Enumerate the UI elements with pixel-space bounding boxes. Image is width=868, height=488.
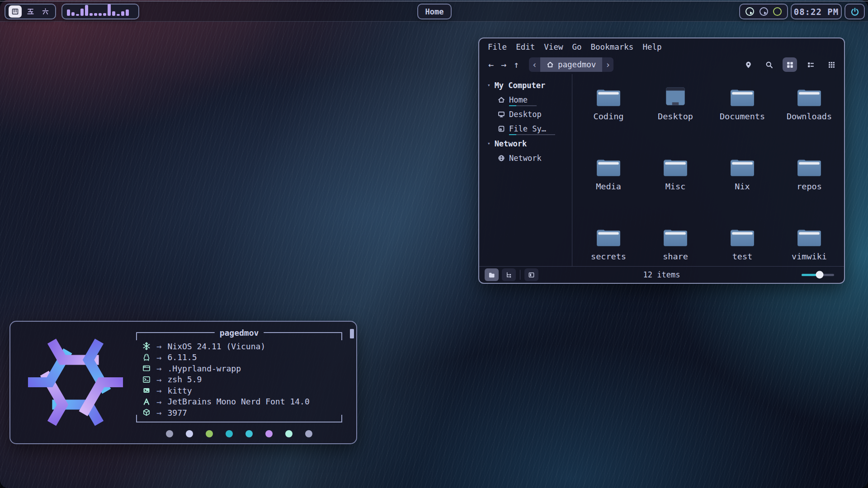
drive-icon (498, 125, 505, 132)
packages-icon (142, 408, 151, 417)
folder-tile[interactable]: Downloads (776, 86, 843, 156)
palette-dot (245, 430, 253, 437)
folder-name: Misc (665, 182, 686, 191)
toggle-side-pane-button[interactable] (524, 268, 538, 281)
folder-tile[interactable]: Documents (709, 86, 776, 156)
fastfetch-box-bottom-border (136, 422, 342, 422)
compact-view-button[interactable] (824, 57, 839, 72)
sidebar-section-network[interactable]: ▾ Network (487, 136, 572, 151)
folder-icon (796, 226, 822, 248)
sidebar-item-filesystem[interactable]: File Sy… (487, 122, 572, 136)
audio-visualizer (61, 4, 139, 19)
status-bar: 12 items (479, 266, 844, 283)
toolbar-right-icons (741, 57, 839, 72)
indicator-ring-1[interactable] (745, 7, 754, 16)
power-button[interactable] (844, 4, 865, 19)
tree-icon (505, 272, 512, 278)
desktop-screen: Home 08:22 PM FileEditViewGoBookmarksHel… (0, 0, 868, 488)
menu-item[interactable]: Bookmarks (586, 42, 638, 52)
sidebar-item-network[interactable]: Network (487, 151, 572, 165)
hostname-title: pagedmov (219, 328, 260, 338)
folder-tile[interactable]: Coding (575, 86, 642, 156)
folder-icon (796, 86, 822, 108)
sidebar-section-my-computer[interactable]: ▾ My Computer (487, 78, 572, 93)
statusbar-separator (520, 270, 520, 280)
back-button[interactable]: ← (485, 59, 497, 70)
breadcrumb-prev-button[interactable]: ‹ (529, 57, 540, 72)
home-icon (547, 61, 554, 68)
folder-icon (729, 226, 755, 248)
visualizer-bar (85, 5, 88, 16)
indicator-ring-2[interactable] (760, 7, 768, 16)
visualizer-bar (71, 12, 75, 16)
menu-item[interactable]: View (539, 42, 567, 52)
folder-name: repos (797, 182, 822, 191)
folder-tile[interactable]: Desktop (642, 86, 709, 156)
folder-tile[interactable]: Misc (642, 156, 709, 226)
folder-name: test (732, 252, 753, 261)
show-files-button[interactable] (485, 268, 499, 281)
workspace-button-2[interactable] (24, 5, 37, 18)
fetch-row-font: → JetBrains Mono Nerd Font 14.0 (142, 396, 342, 408)
zoom-slider[interactable] (802, 274, 834, 276)
shell-icon (142, 375, 151, 384)
folder-icon (796, 156, 822, 178)
terminal-value: kitty (167, 386, 192, 395)
forward-button[interactable]: → (497, 59, 510, 70)
folder-tile[interactable]: Nix (709, 156, 776, 226)
visualizer-bar (121, 11, 124, 16)
sidebar: ▾ My Computer Home Desktop File Sy… ▾ (479, 74, 572, 266)
nixos-logo (24, 334, 127, 430)
visualizer-bar (76, 14, 79, 16)
list-view-button[interactable] (803, 57, 818, 72)
palette-dot (226, 430, 233, 437)
folder-name: Downloads (787, 112, 832, 121)
folder-icon (595, 156, 622, 178)
location-pin-button[interactable] (741, 57, 755, 72)
globe-icon (498, 155, 505, 162)
zoom-slider-handle[interactable] (816, 271, 823, 279)
os-value: NixOS 24.11 (Vicuna) (167, 342, 265, 351)
sidebar-item-home[interactable]: Home (487, 93, 572, 107)
palette-dot (265, 430, 273, 437)
palette-dot (285, 430, 292, 437)
menu-item[interactable]: Go (567, 42, 586, 52)
workspace-button-1[interactable] (9, 5, 22, 18)
palette-dot (206, 430, 213, 437)
file-manager-window: FileEditViewGoBookmarksHelp ← → ↑ ‹ page… (478, 38, 845, 284)
folder-icon (729, 156, 755, 178)
visualizer-bar (117, 14, 120, 16)
folder-tile[interactable]: repos (776, 156, 843, 226)
grid-view-button[interactable] (783, 57, 797, 72)
menu-item[interactable]: Help (638, 42, 666, 52)
menu-item[interactable]: File (483, 42, 511, 52)
folder-icon (662, 156, 689, 178)
location-pin-icon (745, 61, 752, 69)
terminal-window[interactable]: pagedmov → NixOS 24.11 (Vicuna) → 6.11.5 (9, 321, 357, 444)
folder-grid: Coding Desktop (572, 74, 844, 266)
up-button[interactable]: ↑ (510, 59, 523, 70)
visualizer-bar (108, 4, 111, 16)
clock-widget: 08:22 PM (791, 4, 842, 19)
tree-view-button[interactable] (502, 268, 516, 281)
menu-item[interactable]: Edit (511, 42, 539, 52)
indicator-ring-3[interactable] (773, 7, 782, 16)
font-value: JetBrains Mono Nerd Font 14.0 (167, 397, 309, 406)
sidebar-item-desktop[interactable]: Desktop (487, 107, 572, 122)
breadcrumb-current[interactable]: pagedmov (540, 57, 602, 72)
breadcrumb-next-button[interactable]: › (602, 57, 613, 72)
folder-tile[interactable]: Media (575, 156, 642, 226)
toolbar: ← → ↑ ‹ pagedmov › (479, 55, 844, 74)
terminal-icon (142, 386, 151, 395)
folder-name: Desktop (658, 112, 693, 121)
workspace-button-3[interactable] (39, 5, 52, 18)
compact-view-icon (828, 61, 835, 69)
top-bar: Home 08:22 PM (0, 1, 868, 22)
fetch-row-packages: → 3977 (142, 407, 342, 418)
search-button[interactable] (762, 57, 776, 72)
folder-icon (595, 226, 622, 248)
visualizer-bar (94, 13, 97, 16)
workspace-switcher (5, 4, 56, 19)
folder-name: Media (596, 182, 621, 191)
active-window-pill[interactable]: Home (417, 4, 452, 19)
